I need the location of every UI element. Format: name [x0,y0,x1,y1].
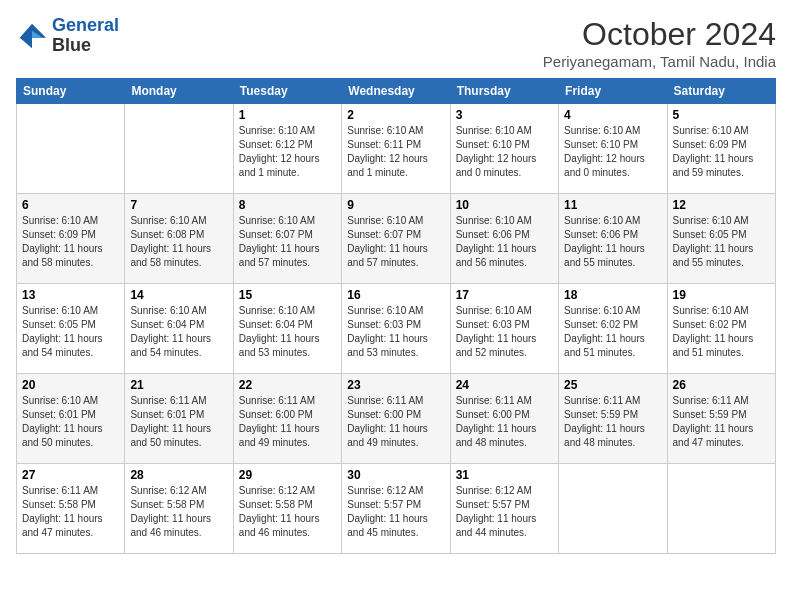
calendar-cell: 2Sunrise: 6:10 AM Sunset: 6:11 PM Daylig… [342,104,450,194]
calendar-header: Sunday Monday Tuesday Wednesday Thursday… [17,79,776,104]
calendar-cell: 21Sunrise: 6:11 AM Sunset: 6:01 PM Dayli… [125,374,233,464]
calendar-cell: 29Sunrise: 6:12 AM Sunset: 5:58 PM Dayli… [233,464,341,554]
header-tuesday: Tuesday [233,79,341,104]
day-number: 15 [239,288,336,302]
day-info: Sunrise: 6:12 AM Sunset: 5:57 PM Dayligh… [347,484,444,540]
header-thursday: Thursday [450,79,558,104]
day-number: 23 [347,378,444,392]
day-number: 26 [673,378,770,392]
day-info: Sunrise: 6:10 AM Sunset: 6:01 PM Dayligh… [22,394,119,450]
day-info: Sunrise: 6:11 AM Sunset: 6:00 PM Dayligh… [456,394,553,450]
calendar-cell: 19Sunrise: 6:10 AM Sunset: 6:02 PM Dayli… [667,284,775,374]
calendar-cell [559,464,667,554]
day-number: 16 [347,288,444,302]
calendar-week-5: 27Sunrise: 6:11 AM Sunset: 5:58 PM Dayli… [17,464,776,554]
day-info: Sunrise: 6:10 AM Sunset: 6:04 PM Dayligh… [130,304,227,360]
header-wednesday: Wednesday [342,79,450,104]
day-info: Sunrise: 6:10 AM Sunset: 6:09 PM Dayligh… [673,124,770,180]
header-sunday: Sunday [17,79,125,104]
calendar-cell [17,104,125,194]
calendar-week-4: 20Sunrise: 6:10 AM Sunset: 6:01 PM Dayli… [17,374,776,464]
day-number: 12 [673,198,770,212]
header-friday: Friday [559,79,667,104]
calendar-cell: 24Sunrise: 6:11 AM Sunset: 6:00 PM Dayli… [450,374,558,464]
calendar-body: 1Sunrise: 6:10 AM Sunset: 6:12 PM Daylig… [17,104,776,554]
logo: General Blue [16,16,119,56]
calendar-week-3: 13Sunrise: 6:10 AM Sunset: 6:05 PM Dayli… [17,284,776,374]
calendar-cell: 28Sunrise: 6:12 AM Sunset: 5:58 PM Dayli… [125,464,233,554]
day-info: Sunrise: 6:11 AM Sunset: 5:58 PM Dayligh… [22,484,119,540]
day-info: Sunrise: 6:10 AM Sunset: 6:07 PM Dayligh… [239,214,336,270]
day-info: Sunrise: 6:11 AM Sunset: 6:00 PM Dayligh… [347,394,444,450]
day-number: 6 [22,198,119,212]
logo-icon [16,22,48,50]
calendar-cell: 18Sunrise: 6:10 AM Sunset: 6:02 PM Dayli… [559,284,667,374]
header-saturday: Saturday [667,79,775,104]
calendar-cell: 12Sunrise: 6:10 AM Sunset: 6:05 PM Dayli… [667,194,775,284]
calendar-cell: 15Sunrise: 6:10 AM Sunset: 6:04 PM Dayli… [233,284,341,374]
day-number: 17 [456,288,553,302]
day-number: 2 [347,108,444,122]
day-number: 14 [130,288,227,302]
calendar-week-1: 1Sunrise: 6:10 AM Sunset: 6:12 PM Daylig… [17,104,776,194]
day-number: 25 [564,378,661,392]
calendar-cell: 1Sunrise: 6:10 AM Sunset: 6:12 PM Daylig… [233,104,341,194]
title-block: October 2024 Periyanegamam, Tamil Nadu, … [543,16,776,70]
day-info: Sunrise: 6:10 AM Sunset: 6:02 PM Dayligh… [673,304,770,360]
calendar-cell: 27Sunrise: 6:11 AM Sunset: 5:58 PM Dayli… [17,464,125,554]
calendar-cell: 23Sunrise: 6:11 AM Sunset: 6:00 PM Dayli… [342,374,450,464]
day-number: 10 [456,198,553,212]
day-number: 27 [22,468,119,482]
calendar-cell: 8Sunrise: 6:10 AM Sunset: 6:07 PM Daylig… [233,194,341,284]
day-number: 22 [239,378,336,392]
calendar-cell: 17Sunrise: 6:10 AM Sunset: 6:03 PM Dayli… [450,284,558,374]
day-number: 7 [130,198,227,212]
header-row: Sunday Monday Tuesday Wednesday Thursday… [17,79,776,104]
day-info: Sunrise: 6:10 AM Sunset: 6:11 PM Dayligh… [347,124,444,180]
calendar-cell: 11Sunrise: 6:10 AM Sunset: 6:06 PM Dayli… [559,194,667,284]
day-info: Sunrise: 6:10 AM Sunset: 6:10 PM Dayligh… [456,124,553,180]
day-number: 18 [564,288,661,302]
calendar-table: Sunday Monday Tuesday Wednesday Thursday… [16,78,776,554]
calendar-cell: 4Sunrise: 6:10 AM Sunset: 6:10 PM Daylig… [559,104,667,194]
calendar-cell: 9Sunrise: 6:10 AM Sunset: 6:07 PM Daylig… [342,194,450,284]
day-number: 29 [239,468,336,482]
day-number: 21 [130,378,227,392]
day-info: Sunrise: 6:10 AM Sunset: 6:08 PM Dayligh… [130,214,227,270]
day-number: 1 [239,108,336,122]
calendar-cell [667,464,775,554]
day-info: Sunrise: 6:12 AM Sunset: 5:58 PM Dayligh… [239,484,336,540]
day-number: 30 [347,468,444,482]
calendar-cell: 16Sunrise: 6:10 AM Sunset: 6:03 PM Dayli… [342,284,450,374]
logo-text: General Blue [52,16,119,56]
day-number: 20 [22,378,119,392]
day-number: 31 [456,468,553,482]
day-number: 28 [130,468,227,482]
day-number: 5 [673,108,770,122]
day-info: Sunrise: 6:10 AM Sunset: 6:12 PM Dayligh… [239,124,336,180]
page-header: General Blue October 2024 Periyanegamam,… [16,16,776,70]
day-number: 3 [456,108,553,122]
calendar-cell: 22Sunrise: 6:11 AM Sunset: 6:00 PM Dayli… [233,374,341,464]
calendar-cell: 6Sunrise: 6:10 AM Sunset: 6:09 PM Daylig… [17,194,125,284]
day-info: Sunrise: 6:10 AM Sunset: 6:06 PM Dayligh… [456,214,553,270]
day-info: Sunrise: 6:10 AM Sunset: 6:04 PM Dayligh… [239,304,336,360]
day-info: Sunrise: 6:11 AM Sunset: 5:59 PM Dayligh… [564,394,661,450]
day-number: 24 [456,378,553,392]
day-number: 4 [564,108,661,122]
day-info: Sunrise: 6:10 AM Sunset: 6:06 PM Dayligh… [564,214,661,270]
day-info: Sunrise: 6:10 AM Sunset: 6:10 PM Dayligh… [564,124,661,180]
day-info: Sunrise: 6:11 AM Sunset: 6:01 PM Dayligh… [130,394,227,450]
calendar-cell [125,104,233,194]
calendar-cell: 3Sunrise: 6:10 AM Sunset: 6:10 PM Daylig… [450,104,558,194]
calendar-cell: 5Sunrise: 6:10 AM Sunset: 6:09 PM Daylig… [667,104,775,194]
calendar-cell: 31Sunrise: 6:12 AM Sunset: 5:57 PM Dayli… [450,464,558,554]
calendar-cell: 30Sunrise: 6:12 AM Sunset: 5:57 PM Dayli… [342,464,450,554]
day-info: Sunrise: 6:10 AM Sunset: 6:05 PM Dayligh… [673,214,770,270]
day-number: 19 [673,288,770,302]
calendar-week-2: 6Sunrise: 6:10 AM Sunset: 6:09 PM Daylig… [17,194,776,284]
calendar-cell: 10Sunrise: 6:10 AM Sunset: 6:06 PM Dayli… [450,194,558,284]
day-info: Sunrise: 6:10 AM Sunset: 6:05 PM Dayligh… [22,304,119,360]
day-info: Sunrise: 6:11 AM Sunset: 6:00 PM Dayligh… [239,394,336,450]
day-info: Sunrise: 6:11 AM Sunset: 5:59 PM Dayligh… [673,394,770,450]
